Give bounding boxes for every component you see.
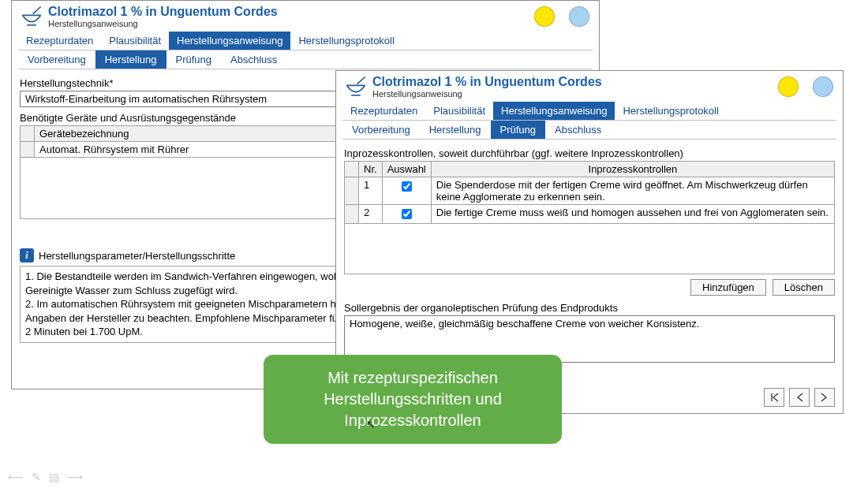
subtab-vorbereitung[interactable]: Vorbereitung	[342, 121, 420, 139]
geraete-row-selector[interactable]	[21, 142, 35, 158]
tab-herstellungsprotokoll[interactable]: Herstellungsprotokoll	[290, 32, 402, 50]
tab-rezepturdaten[interactable]: Rezepturdaten	[342, 102, 425, 120]
ipc-row-nr: 2	[359, 205, 383, 224]
window-subtitle: Herstellungsanweisung	[48, 19, 534, 28]
title-row: Clotrimazol 1 % in Unguentum Cordes Hers…	[336, 71, 843, 99]
title-row: Clotrimazol 1 % in Unguentum Cordes Hers…	[12, 1, 599, 28]
sub-tabs-front: Vorbereitung Herstellung Prüfung Abschlu…	[342, 121, 836, 140]
tab-herstellungsprotokoll[interactable]: Herstellungsprotokoll	[615, 102, 726, 120]
tab-herstellungsanweisung[interactable]: Herstellungsanweisung	[493, 102, 615, 120]
tab-rezepturdaten[interactable]: Rezepturdaten	[18, 32, 101, 50]
ipc-row-checkbox[interactable]	[402, 209, 412, 219]
tab-herstellungsanweisung[interactable]: Herstellungsanweisung	[169, 32, 290, 50]
ipc-row-nr: 1	[359, 177, 383, 205]
ipc-row-checkbox[interactable]	[402, 181, 412, 192]
mortar-pestle-icon	[18, 5, 45, 28]
ipc-row-text: Die Spenderdose mit der fertigen Creme w…	[431, 177, 834, 205]
subtab-herstellung[interactable]: Herstellung	[95, 50, 166, 69]
slideshow-controls: ⟵ ✎ ▤ ⟶	[8, 471, 83, 483]
label-sollergebnis: Sollergebnis der organoleptischen Prüfun…	[344, 302, 835, 314]
subtab-herstellung[interactable]: Herstellung	[420, 121, 491, 139]
main-tabs: Rezepturdaten Plausibilität Herstellungs…	[342, 102, 836, 121]
ipc-col-auswahl: Auswahl	[382, 162, 431, 177]
status-dot-yellow	[534, 6, 555, 27]
main-tabs: Rezepturdaten Plausibilität Herstellungs…	[18, 32, 593, 50]
section-heading-text: Herstellungsparameter/Herstellungsschrit…	[39, 250, 235, 262]
next-page-button[interactable]	[814, 388, 835, 407]
info-icon[interactable]: i	[20, 248, 34, 263]
mortar-pestle-icon	[342, 75, 369, 99]
tab-plausibilitaet[interactable]: Plausibilität	[101, 32, 169, 50]
ipc-row-selector[interactable]	[345, 205, 359, 224]
ipc-empty-area	[344, 224, 835, 274]
callout-line: Inprozesskontrollen	[279, 410, 546, 431]
window-title: Clotrimazol 1 % in Unguentum Cordes	[48, 4, 534, 19]
ipc-col-text: Inprozesskontrollen	[431, 162, 834, 177]
subtab-abschluss[interactable]: Abschluss	[545, 121, 611, 139]
geraete-rowheader-empty	[21, 126, 35, 142]
status-dot-yellow	[778, 76, 799, 97]
forward-arrow-icon[interactable]: ⟶	[67, 471, 83, 483]
ipc-row-selector[interactable]	[345, 177, 359, 205]
window-subtitle: Herstellungsanweisung	[372, 89, 778, 99]
menu-icon[interactable]: ▤	[49, 471, 59, 483]
label-inprozesskontrollen: Inprozesskontrollen, soweit durchführbar…	[344, 147, 835, 159]
prev-page-button[interactable]	[789, 388, 810, 407]
subtab-pruefung[interactable]: Prüfung	[491, 121, 546, 139]
window-title: Clotrimazol 1 % in Unguentum Cordes	[372, 74, 778, 89]
content-pruefung: Inprozesskontrollen, soweit durchführbar…	[336, 140, 843, 371]
subtab-abschluss[interactable]: Abschluss	[221, 50, 286, 69]
ipc-row: 2 Die fertige Creme muss weiß und homoge…	[345, 205, 835, 224]
ipc-row: 1 Die Spenderdose mit der fertigen Creme…	[345, 177, 835, 205]
hinzufuegen-button[interactable]: Hinzufügen	[690, 279, 766, 296]
sub-tabs-back: Vorbereitung Herstellung Prüfung Abschlu…	[18, 50, 593, 69]
callout-line: Mit rezepturspezifischen	[279, 367, 546, 389]
pen-icon[interactable]: ✎	[32, 471, 41, 483]
subtab-vorbereitung[interactable]: Vorbereitung	[18, 50, 95, 69]
ipc-col-nr: Nr.	[359, 162, 383, 177]
back-arrow-icon[interactable]: ⟵	[8, 471, 24, 483]
first-page-button[interactable]	[764, 388, 784, 407]
loeschen-button[interactable]: Löschen	[773, 279, 835, 296]
status-dot-blue	[813, 76, 833, 97]
ipc-table: Nr. Auswahl Inprozesskontrollen 1 Die Sp…	[344, 161, 835, 224]
callout-line: Herstellungsschritten und	[279, 389, 546, 410]
subtab-pruefung[interactable]: Prüfung	[166, 50, 222, 69]
tab-plausibilitaet[interactable]: Plausibilität	[425, 102, 493, 120]
ipc-row-text: Die fertige Creme muss weiß und homogen …	[431, 205, 834, 224]
pager-controls	[764, 388, 835, 407]
callout-box: Mit rezepturspezifischen Herstellungssch…	[264, 355, 562, 444]
ipc-rowheader-empty	[345, 162, 359, 177]
status-dot-blue	[569, 6, 589, 27]
